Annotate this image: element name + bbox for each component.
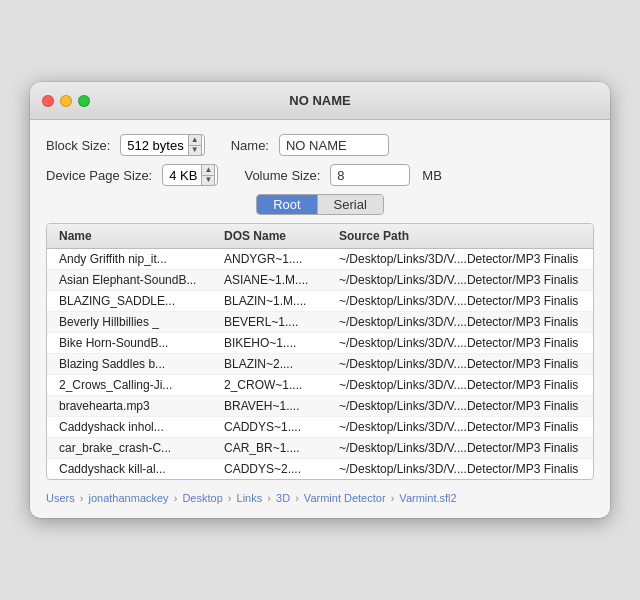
stepper-up-2[interactable]: ▲ [202,165,214,176]
content-area: Block Size: 512 bytes ▲ ▼ Name: NO NAME … [30,120,610,518]
table-row[interactable]: Blazing Saddles b...BLAZIN~2....~/Deskto… [47,354,593,375]
table-cell: ~/Desktop/Links/3D/V....Detector/MP3 Fin… [335,292,585,310]
table-cell: CADDYS~2.... [220,460,335,478]
breadcrumb-item[interactable]: jonathanmackey [89,492,169,504]
maximize-button[interactable] [78,95,90,107]
col-dos-name: DOS Name [220,226,335,246]
table-cell: CAR_BR~1.... [220,439,335,457]
table-row[interactable]: Andy Griffith nip_it...ANDYGR~1....~/Des… [47,249,593,270]
table-cell: CADDYS~1.... [220,418,335,436]
file-table: Name DOS Name Source Path Andy Griffith … [46,223,594,480]
block-size-row: Block Size: 512 bytes ▲ ▼ Name: NO NAME [46,134,594,156]
titlebar: NO NAME [30,82,610,120]
traffic-lights [42,95,90,107]
table-cell: Blazing Saddles b... [55,355,220,373]
breadcrumb-item[interactable]: Users [46,492,75,504]
table-cell: car_brake_crash-C... [55,439,220,457]
tabs-row: Root Serial [46,194,594,215]
device-page-value: 4 KB [169,168,197,183]
table-cell: Andy Griffith nip_it... [55,250,220,268]
table-cell: Caddyshack inhol... [55,418,220,436]
table-cell: ~/Desktop/Links/3D/V....Detector/MP3 Fin… [335,313,585,331]
window-title: NO NAME [289,93,350,108]
breadcrumb-separator: › [171,492,181,504]
table-cell: ANDYGR~1.... [220,250,335,268]
tab-root[interactable]: Root [257,195,317,214]
table-cell: ~/Desktop/Links/3D/V....Detector/MP3 Fin… [335,460,585,478]
main-window: NO NAME Block Size: 512 bytes ▲ ▼ Name: … [30,82,610,518]
minimize-button[interactable] [60,95,72,107]
table-cell: Caddyshack kill-al... [55,460,220,478]
device-page-select[interactable]: 4 KB ▲ ▼ [162,164,218,186]
table-cell: ~/Desktop/Links/3D/V....Detector/MP3 Fin… [335,418,585,436]
table-row[interactable]: Caddyshack kill-al...CADDYS~2....~/Deskt… [47,459,593,479]
mb-label: MB [422,168,442,183]
table-row[interactable]: Bike Horn-SoundB...BIKEHO~1....~/Desktop… [47,333,593,354]
breadcrumb-item[interactable]: Varmint Detector [304,492,386,504]
col-source-path: Source Path [335,226,585,246]
tab-serial[interactable]: Serial [318,195,383,214]
table-row[interactable]: bravehearta.mp3BRAVEH~1....~/Desktop/Lin… [47,396,593,417]
stepper-up[interactable]: ▲ [189,135,201,146]
breadcrumb: Users › jonathanmackey › Desktop › Links… [46,488,594,508]
table-cell: BLAZIN~2.... [220,355,335,373]
device-page-row: Device Page Size: 4 KB ▲ ▼ Volume Size: … [46,164,594,186]
table-cell: 2_CROW~1.... [220,376,335,394]
volume-size-input[interactable]: 8 [330,164,410,186]
table-cell: BLAZING_SADDLE... [55,292,220,310]
table-row[interactable]: car_brake_crash-C...CAR_BR~1....~/Deskto… [47,438,593,459]
table-body: Andy Griffith nip_it...ANDYGR~1....~/Des… [47,249,593,479]
close-button[interactable] [42,95,54,107]
breadcrumb-item[interactable]: Links [237,492,263,504]
table-cell: ASIANE~1.M.... [220,271,335,289]
table-cell: ~/Desktop/Links/3D/V....Detector/MP3 Fin… [335,376,585,394]
table-cell: bravehearta.mp3 [55,397,220,415]
breadcrumb-item[interactable]: Desktop [182,492,222,504]
table-cell: ~/Desktop/Links/3D/V....Detector/MP3 Fin… [335,439,585,457]
breadcrumb-separator: › [292,492,302,504]
stepper-down[interactable]: ▼ [189,146,201,156]
table-cell: 2_Crows_Calling-Ji... [55,376,220,394]
table-cell: BEVERL~1.... [220,313,335,331]
table-cell: ~/Desktop/Links/3D/V....Detector/MP3 Fin… [335,250,585,268]
breadcrumb-item[interactable]: Varmint.sfl2 [399,492,456,504]
table-cell: Beverly Hillbillies _ [55,313,220,331]
volume-size-label: Volume Size: [244,168,320,183]
block-size-value: 512 bytes [127,138,183,153]
table-row[interactable]: Caddyshack inhol...CADDYS~1....~/Desktop… [47,417,593,438]
col-name: Name [55,226,220,246]
breadcrumb-separator: › [77,492,87,504]
device-page-label: Device Page Size: [46,168,152,183]
block-size-stepper[interactable]: ▲ ▼ [188,134,202,156]
table-cell: ~/Desktop/Links/3D/V....Detector/MP3 Fin… [335,271,585,289]
block-size-select[interactable]: 512 bytes ▲ ▼ [120,134,204,156]
tab-group: Root Serial [256,194,384,215]
table-row[interactable]: BLAZING_SADDLE...BLAZIN~1.M....~/Desktop… [47,291,593,312]
name-label: Name: [231,138,269,153]
block-size-label: Block Size: [46,138,110,153]
name-input[interactable]: NO NAME [279,134,389,156]
table-cell: ~/Desktop/Links/3D/V....Detector/MP3 Fin… [335,334,585,352]
table-row[interactable]: 2_Crows_Calling-Ji...2_CROW~1....~/Deskt… [47,375,593,396]
breadcrumb-separator: › [388,492,398,504]
breadcrumb-item[interactable]: 3D [276,492,290,504]
breadcrumb-separator: › [264,492,274,504]
table-cell: ~/Desktop/Links/3D/V....Detector/MP3 Fin… [335,397,585,415]
table-header: Name DOS Name Source Path [47,224,593,249]
table-cell: BRAVEH~1.... [220,397,335,415]
stepper-down-2[interactable]: ▼ [202,176,214,186]
table-cell: Bike Horn-SoundB... [55,334,220,352]
table-cell: BIKEHO~1.... [220,334,335,352]
table-row[interactable]: Asian Elephant-SoundB...ASIANE~1.M....~/… [47,270,593,291]
breadcrumb-separator: › [225,492,235,504]
table-cell: ~/Desktop/Links/3D/V....Detector/MP3 Fin… [335,355,585,373]
device-page-stepper[interactable]: ▲ ▼ [201,164,215,186]
table-row[interactable]: Beverly Hillbillies _BEVERL~1....~/Deskt… [47,312,593,333]
table-cell: BLAZIN~1.M.... [220,292,335,310]
table-cell: Asian Elephant-SoundB... [55,271,220,289]
